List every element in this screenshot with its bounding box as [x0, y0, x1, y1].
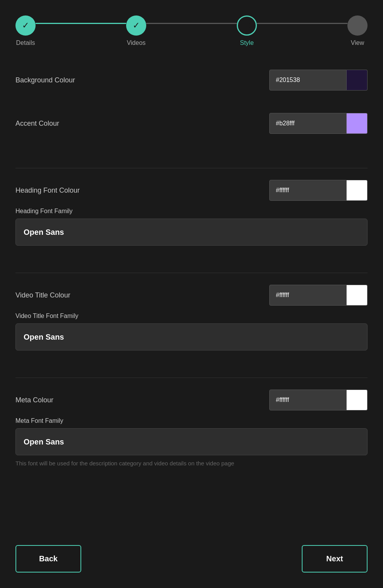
meta-colour-swatch[interactable] [347, 390, 368, 410]
background-colour-swatch[interactable] [347, 70, 368, 91]
check-icon-2: ✓ [133, 21, 140, 31]
step-details-circle: ✓ [15, 15, 36, 36]
divider-1 [15, 168, 368, 168]
video-title-colour-label: Video Title Colour [15, 291, 70, 299]
video-title-font-family-select[interactable]: Open Sans [15, 323, 368, 350]
step-details-label: Details [16, 39, 35, 46]
stepper-line-2 [146, 23, 237, 24]
step-style-circle [237, 15, 257, 36]
video-title-colour-input[interactable] [269, 285, 347, 306]
stepper-line-3 [257, 23, 347, 24]
step-videos-circle: ✓ [126, 15, 146, 36]
step-videos: ✓ Videos [126, 15, 146, 46]
accent-colour-input[interactable] [269, 113, 347, 134]
heading-font-family-wrapper: Open Sans [15, 219, 368, 246]
meta-colour-label: Meta Colour [15, 396, 53, 404]
meta-colour-section: Meta Colour Meta Font Family Open Sans T… [15, 390, 368, 468]
video-title-font-family-label: Video Title Font Family [15, 313, 368, 320]
button-row: Back Next [15, 530, 368, 573]
accent-colour-section: Accent Colour [15, 113, 368, 141]
check-icon: ✓ [22, 21, 29, 31]
heading-font-family-label: Heading Font Family [15, 208, 368, 215]
video-title-colour-swatch[interactable] [347, 285, 368, 306]
background-colour-row: Background Colour [15, 70, 368, 91]
step-view-label: View [351, 39, 364, 46]
background-colour-control [269, 70, 368, 91]
heading-font-colour-input[interactable] [269, 180, 347, 201]
meta-font-family-label: Meta Font Family [15, 417, 368, 424]
stepper-line-1 [36, 23, 126, 24]
heading-font-colour-control [269, 180, 368, 201]
step-style: Style [237, 15, 257, 46]
meta-font-family-select[interactable]: Open Sans [15, 428, 368, 455]
background-colour-label: Background Colour [15, 76, 75, 84]
step-videos-label: Videos [127, 39, 146, 46]
divider-2 [15, 273, 368, 273]
accent-colour-control [269, 113, 368, 134]
background-colour-input[interactable] [269, 70, 347, 91]
video-title-colour-row: Video Title Colour [15, 285, 368, 306]
background-colour-section: Background Colour [15, 70, 368, 97]
step-view: View [347, 15, 368, 46]
heading-font-colour-swatch[interactable] [347, 180, 368, 201]
accent-colour-row: Accent Colour [15, 113, 368, 134]
video-title-font-family-wrapper: Open Sans [15, 323, 368, 350]
heading-font-family-select[interactable]: Open Sans [15, 219, 368, 246]
meta-font-family-wrapper: Open Sans [15, 428, 368, 455]
meta-colour-row: Meta Colour [15, 390, 368, 410]
heading-font-colour-row: Heading Font Colour [15, 180, 368, 201]
accent-colour-swatch[interactable] [347, 113, 368, 134]
video-title-colour-section: Video Title Colour Video Title Font Fami… [15, 285, 368, 350]
video-title-colour-control [269, 285, 368, 306]
stepper: ✓ Details ✓ Videos Style View [15, 15, 368, 46]
back-button[interactable]: Back [15, 545, 81, 573]
step-details: ✓ Details [15, 15, 36, 46]
heading-font-colour-section: Heading Font Colour Heading Font Family … [15, 180, 368, 246]
meta-font-hint: This font will be used for the descripti… [15, 459, 368, 468]
step-style-label: Style [240, 39, 254, 46]
next-button[interactable]: Next [302, 545, 368, 573]
active-dot [244, 22, 250, 29]
meta-colour-input[interactable] [269, 390, 347, 410]
step-view-circle [347, 15, 368, 36]
divider-3 [15, 378, 368, 378]
accent-colour-label: Accent Colour [15, 120, 59, 128]
meta-colour-control [269, 390, 368, 410]
heading-font-colour-label: Heading Font Colour [15, 186, 80, 195]
